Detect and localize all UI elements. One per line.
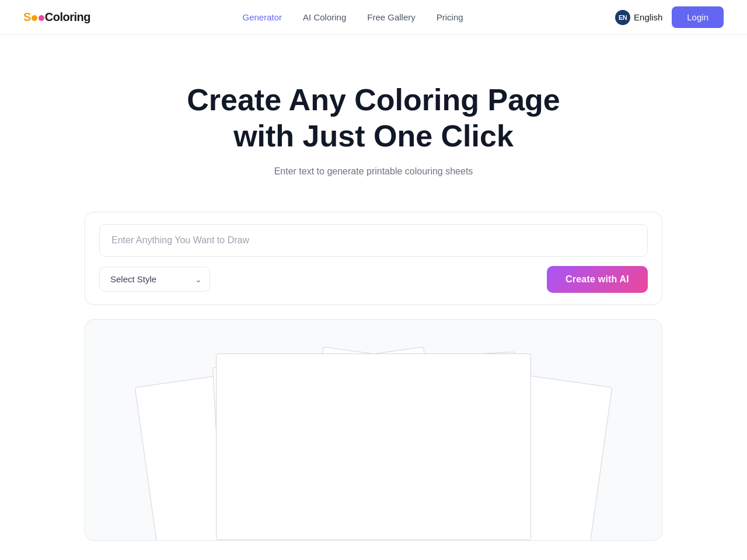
login-button[interactable]: Login bbox=[672, 6, 724, 28]
language-selector[interactable]: EN English bbox=[615, 10, 662, 25]
lang-flag: EN bbox=[615, 10, 630, 25]
hero-heading-line2: with Just One Click bbox=[233, 119, 514, 153]
create-with-ai-button[interactable]: Create with AI bbox=[547, 266, 648, 293]
hero-heading: Create Any Coloring Page with Just One C… bbox=[187, 82, 560, 155]
main-nav: Generator AI Coloring Free Gallery Prici… bbox=[243, 12, 463, 22]
hero-heading-line1: Create Any Coloring Page bbox=[187, 83, 560, 117]
logo-coloring-text: Coloring bbox=[45, 10, 90, 23]
generator-card: Select Style Simple Detailed Cartoon Rea… bbox=[85, 212, 662, 305]
nav-item-pricing[interactable]: Pricing bbox=[437, 12, 463, 22]
draw-input[interactable] bbox=[99, 224, 648, 257]
style-select-wrapper: Select Style Simple Detailed Cartoon Rea… bbox=[99, 267, 210, 292]
paper-stack bbox=[146, 330, 601, 540]
logo-dot1 bbox=[32, 15, 37, 21]
logo-dot2 bbox=[39, 15, 44, 21]
nav-item-ai-coloring[interactable]: AI Coloring bbox=[303, 12, 346, 22]
header-right: EN English Login bbox=[615, 6, 724, 28]
style-select[interactable]: Select Style Simple Detailed Cartoon Rea… bbox=[99, 267, 210, 292]
logo-s: S bbox=[23, 10, 31, 23]
paper-front bbox=[216, 354, 531, 540]
lang-label: English bbox=[634, 12, 662, 22]
preview-area bbox=[85, 319, 662, 541]
controls-row: Select Style Simple Detailed Cartoon Rea… bbox=[99, 266, 648, 293]
nav-item-generator[interactable]: Generator bbox=[243, 12, 282, 22]
hero-subtext: Enter text to generate printable colouri… bbox=[274, 166, 473, 177]
logo[interactable]: SColoring bbox=[23, 10, 90, 24]
nav-item-free-gallery[interactable]: Free Gallery bbox=[367, 12, 416, 22]
